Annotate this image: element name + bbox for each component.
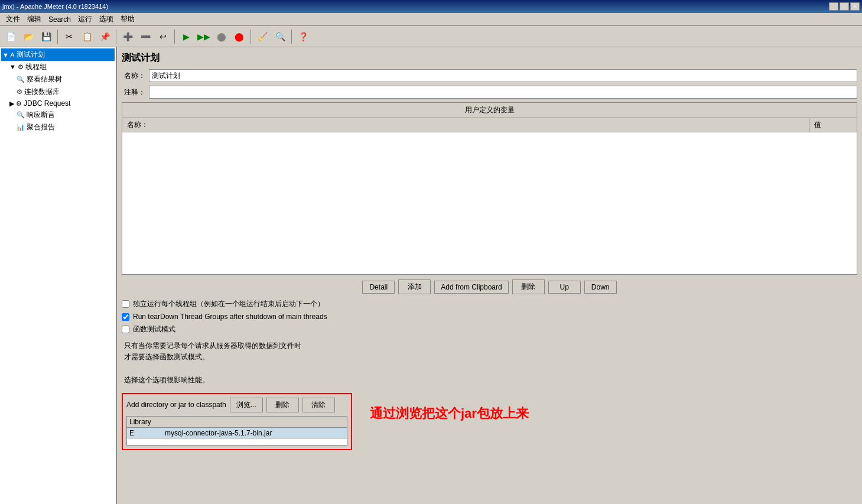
new-button[interactable]: 📄	[2, 28, 19, 45]
maximize-button[interactable]: □	[840, 2, 849, 11]
tree-item-threadgroup[interactable]: ▼ ⚙ 线程组	[1, 61, 115, 73]
menu-options[interactable]: 选项	[96, 13, 117, 25]
delete-lib-button[interactable]: 删除	[266, 398, 299, 412]
library-row[interactable]: E mysql-connector-java-5.1.7-bin.jar	[127, 428, 347, 439]
toolbar-sep5	[291, 30, 292, 44]
clear-button[interactable]: 🧹	[254, 28, 271, 45]
checkbox2-row: Run tearDown Thread Groups after shutdow…	[122, 313, 857, 321]
title-bar: jmx) - Apache JMeter (4.0 r1823414) _ □ …	[0, 0, 862, 13]
annotation-text: 通过浏览把这个jar包放上来	[370, 405, 529, 422]
run-all-button[interactable]: ▶▶	[196, 28, 212, 45]
comment-input[interactable]	[149, 86, 857, 99]
clear-lib-button[interactable]: 清除	[302, 398, 335, 412]
info-line1: 只有当你需要记录每个请求从服务器取得的数据到文件时	[124, 340, 855, 352]
udf-table-body	[122, 132, 857, 274]
threadgroup-icon: ▼ ⚙	[9, 63, 24, 71]
main-layout: ▼ A 测试计划 ▼ ⚙ 线程组 🔍 察看结果树 ⚙ 连接数据库 ▶ ⚙ JDB…	[0, 47, 862, 504]
tree-item-assertion[interactable]: 🔍 响应断言	[1, 109, 115, 121]
toolbar-sep2	[116, 30, 116, 44]
jdbcrequest-icon: ▶ ⚙	[9, 100, 22, 108]
action-buttons-row: Detail 添加 Add from Clipboard 删除 Up Down	[122, 279, 857, 294]
name-label: 名称：	[122, 71, 145, 81]
checkbox1-label: 独立运行每个线程组（例如在一个组运行结束后启动下一个）	[133, 299, 324, 309]
add-from-clipboard-button[interactable]: Add from Clipboard	[434, 281, 508, 294]
stop-all-button[interactable]: ⬤	[231, 28, 248, 45]
info-text: 只有当你需要记录每个请求从服务器取得的数据到文件时 才需要选择函数测试模式。 选…	[122, 338, 857, 388]
tree-panel: ▼ A 测试计划 ▼ ⚙ 线程组 🔍 察看结果树 ⚙ 连接数据库 ▶ ⚙ JDB…	[0, 47, 117, 504]
page-title: 测试计划	[122, 52, 857, 64]
aggregate-icon: 📊	[17, 123, 25, 131]
close-button[interactable]: ×	[850, 2, 860, 11]
remove-button[interactable]: ➖	[137, 28, 154, 45]
toolbar: 📄 📂 💾 ✂ 📋 📌 ➕ ➖ ↩ ▶ ▶▶ ⬤ ⬤ 🧹 🔍 ❓	[0, 26, 862, 47]
minimize-button[interactable]: _	[829, 2, 838, 11]
run-button[interactable]: ▶	[178, 28, 194, 45]
jdbcconfig-icon: ⚙	[17, 88, 22, 96]
paste-button[interactable]: 📌	[96, 28, 113, 45]
title-bar-buttons: _ □ ×	[829, 2, 860, 11]
udf-table-header: 名称： 值	[122, 118, 857, 132]
cut-button[interactable]: ✂	[61, 28, 77, 45]
checkbox2-label: Run tearDown Thread Groups after shutdow…	[133, 313, 327, 321]
menu-edit[interactable]: 编辑	[24, 13, 45, 25]
library-table-header: Library	[127, 417, 347, 428]
tree-item-jdbcrequest[interactable]: ▶ ⚙ JDBC Request	[1, 98, 115, 109]
assertion-icon: 🔍	[17, 111, 25, 119]
info-line3: 选择这个选项很影响性能。	[124, 375, 855, 386]
menu-run[interactable]: 运行	[74, 13, 96, 25]
toolbar-sep1	[57, 30, 58, 44]
checkbox1[interactable]	[122, 300, 129, 308]
up-button[interactable]: Up	[548, 281, 581, 294]
udf-section: 用户定义的变量 名称： 值	[122, 102, 857, 275]
resulttree-icon: 🔍	[17, 76, 25, 83]
tree-item-resulttree[interactable]: 🔍 察看结果树	[1, 73, 115, 86]
checkbox3-label: 函数测试模式	[133, 324, 175, 334]
detail-button[interactable]: Detail	[362, 281, 395, 294]
lib-col1: E	[129, 429, 165, 437]
content-panel: 测试计划 名称： 注释： 用户定义的变量 名称： 值	[117, 47, 862, 504]
checkbox1-row: 独立运行每个线程组（例如在一个组运行结束后启动下一个）	[122, 299, 857, 309]
title-bar-text: jmx) - Apache JMeter (4.0 r1823414)	[2, 3, 829, 10]
name-row: 名称：	[122, 69, 857, 82]
menu-bar: 文件 编辑 Search 运行 选项 帮助	[0, 13, 862, 26]
annotation-label: 通过浏览把这个jar包放上来	[370, 406, 529, 421]
lib-col2: mysql-connector-java-5.1.7-bin.jar	[165, 429, 344, 437]
checkbox3[interactable]	[122, 326, 129, 333]
udf-col-value-header: 值	[809, 118, 857, 132]
toolbar-sep4	[251, 30, 251, 44]
info-line2: 才需要选择函数测试模式。	[124, 352, 855, 363]
library-table: Library E mysql-connector-java-5.1.7-bin…	[126, 416, 347, 446]
add-dir-section: Add directory or jar to classpath 浏览... …	[122, 393, 352, 450]
browse-button[interactable]: 浏览...	[230, 398, 263, 412]
checkbox3-row: 函数测试模式	[122, 324, 857, 334]
toolbar-sep3	[174, 30, 175, 44]
add-dir-label: Add directory or jar to classpath	[126, 401, 226, 409]
comment-label: 注释：	[122, 87, 145, 97]
content-wrapper: 测试计划 名称： 注释： 用户定义的变量 名称： 值	[122, 52, 857, 450]
save-button[interactable]: 💾	[38, 28, 54, 45]
tree-item-aggregate[interactable]: 📊 聚合报告	[1, 121, 115, 134]
menu-search[interactable]: Search	[45, 14, 74, 25]
library-header-label: Library	[129, 418, 151, 426]
comment-row: 注释：	[122, 86, 857, 99]
name-input[interactable]	[149, 69, 857, 82]
copy-button[interactable]: 📋	[79, 28, 95, 45]
help-button[interactable]: ❓	[295, 28, 311, 45]
find-button[interactable]: 🔍	[272, 28, 288, 45]
tree-item-testplan[interactable]: ▼ A 测试计划	[1, 48, 115, 61]
stop-button[interactable]: ⬤	[213, 28, 230, 45]
menu-help[interactable]: 帮助	[117, 13, 138, 25]
open-button[interactable]: 📂	[20, 28, 37, 45]
delete-var-button[interactable]: 删除	[512, 279, 545, 294]
add-button[interactable]: ➕	[119, 28, 136, 45]
menu-file[interactable]: 文件	[2, 13, 24, 25]
udf-col-name-header: 名称：	[122, 118, 809, 132]
down-button[interactable]: Down	[584, 281, 617, 294]
add-dir-row: Add directory or jar to classpath 浏览... …	[126, 398, 347, 412]
tree-item-jdbcconfig[interactable]: ⚙ 连接数据库	[1, 86, 115, 98]
back-button[interactable]: ↩	[155, 28, 171, 45]
checkbox2[interactable]	[122, 313, 129, 321]
udf-title: 用户定义的变量	[122, 103, 857, 118]
add-var-button[interactable]: 添加	[398, 279, 431, 294]
testplan-icon: ▼ A	[2, 51, 15, 58]
